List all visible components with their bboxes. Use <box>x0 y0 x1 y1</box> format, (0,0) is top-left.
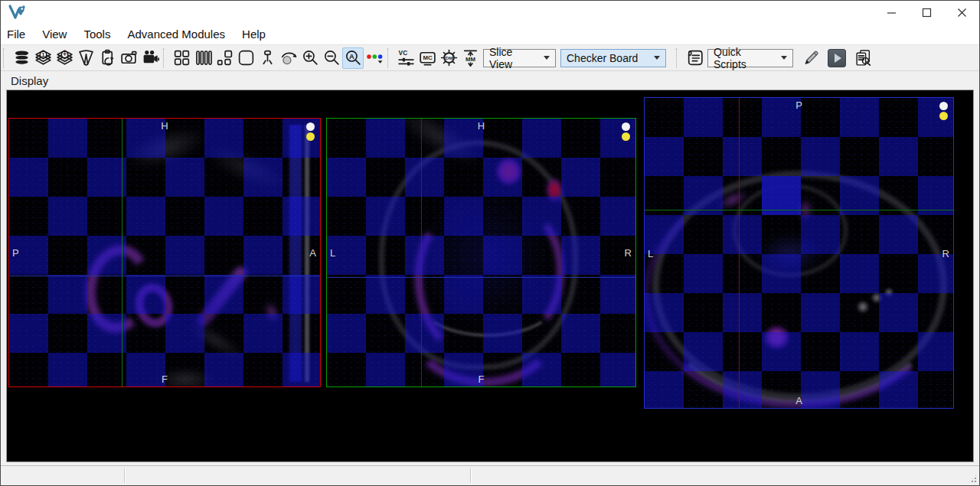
min-max-button[interactable]: MM <box>459 47 481 69</box>
clipboard-reload-button[interactable] <box>96 47 118 69</box>
svg-text:1: 1 <box>41 51 45 58</box>
dataset-marker-yellow[interactable] <box>306 132 315 141</box>
rotate-3d-button[interactable] <box>278 47 299 69</box>
crosshair-vertical[interactable] <box>421 119 422 387</box>
chevron-down-icon <box>781 56 787 60</box>
camera-icon <box>119 48 139 67</box>
svg-text:MM: MM <box>466 56 475 63</box>
multi-channel-button[interactable]: MC <box>416 47 438 69</box>
display-section: Display H P A F <box>1 71 979 465</box>
menu-file[interactable]: File <box>1 25 34 43</box>
minimize-button[interactable] <box>874 1 909 24</box>
app-logo-icon <box>8 4 28 21</box>
zoom-out-button[interactable] <box>321 47 342 69</box>
single-frame-icon <box>237 48 256 67</box>
sagittal-view[interactable]: H P A F <box>8 118 321 387</box>
video-camera-icon <box>141 48 160 67</box>
grid-2x2-icon <box>172 48 191 67</box>
crosshair-horizontal[interactable] <box>327 277 635 278</box>
zoom-in-icon <box>301 48 320 67</box>
display-section-label: Display <box>6 71 974 90</box>
statusbar-left-text <box>1 466 13 485</box>
data-manager-button[interactable] <box>11 47 32 69</box>
statusbar-separator <box>470 468 471 483</box>
reorient-tool-button[interactable] <box>256 47 278 69</box>
orientation-label-inferior: F <box>479 373 485 385</box>
mc-box-icon: MC <box>418 48 437 67</box>
color-channels-button[interactable] <box>364 47 385 69</box>
menu-help[interactable]: Help <box>234 25 274 43</box>
nm-noise-layer <box>9 119 320 387</box>
scripts-button[interactable] <box>684 47 705 69</box>
toolbar-drag-handle[interactable] <box>3 48 7 68</box>
orientation-label-right: R <box>625 247 632 259</box>
multislice-view-button[interactable] <box>192 47 214 69</box>
load-single-dataset-button[interactable]: 1 <box>32 47 54 69</box>
report-button[interactable] <box>852 47 874 69</box>
orientation-label-inferior: F <box>162 373 168 385</box>
dataset-marker-white[interactable] <box>622 122 630 131</box>
view-mode-select[interactable]: Slice View <box>483 49 556 67</box>
surface-view-button[interactable] <box>75 47 96 69</box>
menu-tools[interactable]: Tools <box>75 25 119 43</box>
auto-zoom-button[interactable]: A <box>342 47 364 69</box>
crosshair-vertical[interactable] <box>122 119 122 387</box>
menu-advanced-modules[interactable]: Advanced Modules <box>119 25 234 43</box>
nm-noise-layer <box>327 119 635 387</box>
toolbar-drag-handle[interactable] <box>163 48 167 68</box>
mm-arrows-icon: MM <box>461 48 480 67</box>
nm-noise-layer <box>645 98 953 408</box>
orientation-label-left: L <box>330 247 335 259</box>
quick-scripts-select[interactable]: Quick Scripts <box>707 49 793 67</box>
dataset-marker-yellow[interactable] <box>939 112 948 120</box>
orientation-label-right: R <box>942 247 949 259</box>
mixed-grid-icon <box>215 48 234 67</box>
app-window: File View Tools Advanced Modules Help 1 <box>0 0 980 486</box>
dm-settings-button[interactable]: DM <box>438 47 459 69</box>
view-mode-value: Slice View <box>489 46 537 70</box>
chevron-down-icon <box>654 56 660 60</box>
crosshair-horizontal[interactable] <box>9 276 320 276</box>
coronal-view[interactable]: H L R F <box>326 118 636 387</box>
toolbar-drag-handle[interactable] <box>387 48 391 68</box>
orientation-label-superior: H <box>161 120 168 132</box>
menu-view[interactable]: View <box>34 25 75 43</box>
svg-text:VC: VC <box>398 49 407 57</box>
image-viewport: H P A F H <box>6 90 974 462</box>
resize-grip[interactable] <box>968 474 978 484</box>
toolbar-drag-handle[interactable] <box>676 48 680 68</box>
axial-view[interactable]: P L R A <box>644 97 954 409</box>
close-button[interactable] <box>944 1 979 24</box>
orientation-label-superior: H <box>478 120 485 132</box>
svg-text:MC: MC <box>423 54 432 61</box>
single-view-button[interactable] <box>235 47 256 69</box>
quad-view-button[interactable] <box>171 47 192 69</box>
dataset-marker-white[interactable] <box>306 122 315 131</box>
titlebar[interactable] <box>1 1 979 24</box>
view-control-button[interactable]: VC <box>395 47 416 69</box>
screenshot-button[interactable] <box>118 47 139 69</box>
script-scroll-icon <box>685 48 704 67</box>
dataset-marker-yellow[interactable] <box>622 132 630 141</box>
statusbar <box>1 465 979 485</box>
movie-button[interactable] <box>139 47 161 69</box>
zoom-out-icon <box>322 48 341 67</box>
dataset-marker-white[interactable] <box>939 102 948 110</box>
run-script-button[interactable] <box>826 47 848 69</box>
append-dataset-button[interactable]: + <box>54 47 75 69</box>
svg-text:A: A <box>349 53 354 60</box>
quick-scripts-value: Quick Scripts <box>714 46 774 70</box>
edit-script-button[interactable] <box>800 47 822 69</box>
layers-add-icon: + <box>55 48 74 67</box>
crosshair-vertical[interactable] <box>739 98 740 408</box>
crosshair-horizontal[interactable] <box>645 210 953 210</box>
maximize-button[interactable] <box>909 1 944 24</box>
orientation-label-posterior: P <box>12 247 19 259</box>
wireframe-icon <box>77 48 96 67</box>
fusion-mode-select[interactable]: Checker Board <box>560 49 666 67</box>
thumbnail-view-button[interactable] <box>214 47 235 69</box>
zoom-in-button[interactable] <box>299 47 321 69</box>
statusbar-separator <box>124 468 125 483</box>
pencil-icon <box>802 48 821 67</box>
clipboard-icon <box>98 48 117 67</box>
